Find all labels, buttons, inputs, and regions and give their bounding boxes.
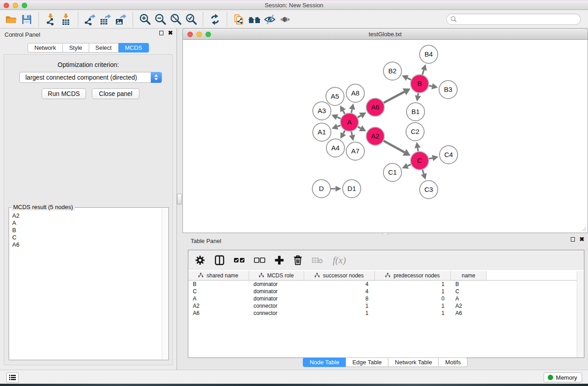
edge-C-C4[interactable] (429, 158, 433, 159)
node-label-D: D (319, 185, 324, 192)
close-table-panel-icon[interactable]: ✖ (579, 237, 584, 242)
cell-successor-nodes: 1 (304, 303, 375, 309)
column-header-name[interactable]: name (451, 271, 487, 280)
arrowhead-icon (432, 155, 438, 161)
edge-A-A8[interactable] (351, 109, 352, 113)
node-label-C1: C1 (388, 168, 397, 176)
edge-A-A1[interactable] (337, 125, 340, 127)
close-panel-icon[interactable]: ✖ (168, 31, 173, 35)
mcds-tab-content: Optimization criterion: largest connecte… (4, 54, 173, 365)
float-table-panel-icon[interactable] (571, 237, 575, 242)
zoom-selected-icon[interactable] (183, 12, 199, 27)
edge-A2-C[interactable] (383, 141, 404, 152)
table-tabs: Node TableEdge TableNetwork TableMotifs (182, 357, 588, 367)
delete-table-icon[interactable] (311, 256, 323, 265)
sort-hierarchy-icon (315, 272, 320, 279)
network-graph[interactable]: AA1A2A3A4A5A6A7A8BB1B2B3B4CC1C2C3C4DD1 (183, 40, 588, 233)
column-header-MCDS-role[interactable]: MCDS role (249, 271, 304, 280)
edge-A-A5[interactable] (343, 111, 345, 114)
gear-icon[interactable] (195, 255, 206, 266)
task-history-button[interactable] (6, 372, 19, 383)
hide-details-icon[interactable] (262, 12, 277, 27)
edge-A-A3[interactable] (337, 117, 340, 119)
tab-select[interactable]: Select (89, 43, 119, 52)
unselect-all-icon[interactable] (254, 256, 266, 264)
zoom-fit-icon[interactable] (168, 12, 183, 27)
status-bar: Memory (0, 370, 588, 384)
edge-A-A6[interactable] (358, 115, 361, 117)
zoom-out-icon[interactable] (153, 12, 168, 27)
edge-A-A4[interactable] (343, 130, 345, 133)
node-label-B3: B3 (444, 86, 452, 93)
mcds-result-item[interactable]: B (12, 227, 158, 234)
mcds-result-item[interactable]: C (12, 234, 158, 241)
function-builder-icon[interactable]: f(x) (333, 255, 346, 266)
table-row[interactable]: Adominator80A (188, 295, 577, 302)
tab-style[interactable]: Style (63, 43, 89, 52)
network-canvas[interactable]: AA1A2A3A4A5A6A7A8BB1B2B3B4CC1C2C3C4DD1 (182, 40, 588, 233)
table-tab-node-table[interactable]: Node Table (303, 357, 346, 367)
column-header-shared-name[interactable]: shared name (188, 271, 249, 280)
delete-icon[interactable] (293, 255, 303, 266)
table-row[interactable]: Cdominator41C (188, 288, 577, 295)
table-tab-network-table[interactable]: Network Table (388, 357, 439, 367)
node-label-A7: A7 (351, 147, 359, 155)
cell-MCDS-role: dominator (249, 281, 304, 287)
import-network-icon[interactable] (43, 12, 58, 27)
zoom-in-icon[interactable] (137, 12, 153, 27)
show-graphics-icon[interactable] (277, 12, 293, 27)
mcds-result-item[interactable]: A6 (12, 241, 158, 248)
cell-name: A2 (451, 303, 487, 309)
table-scrollbar[interactable] (577, 271, 584, 357)
column-header-predecessor-nodes[interactable]: predecessor nodes (375, 271, 451, 280)
cell-name: A (451, 295, 487, 302)
column-label: successor nodes (323, 272, 363, 279)
network-window-titlebar[interactable]: testGlobe.txt (182, 28, 588, 40)
edge-C-C1[interactable] (407, 164, 411, 166)
result-scrollbar[interactable] (162, 208, 168, 359)
select-all-icon[interactable] (234, 256, 245, 264)
edge-A-A7[interactable] (351, 132, 352, 135)
tab-mcds[interactable]: MCDS (119, 43, 149, 52)
table-tab-motifs[interactable]: Motifs (439, 357, 468, 367)
table-row[interactable]: Bdominator41B (188, 281, 577, 288)
memory-button[interactable]: Memory (544, 372, 582, 382)
export-network-icon[interactable] (82, 12, 98, 27)
home-icon[interactable] (247, 12, 262, 27)
search-input[interactable] (446, 14, 581, 25)
edge-A-A2[interactable] (358, 127, 360, 128)
mcds-result-list[interactable]: A2ABCA6 (10, 210, 161, 359)
float-panel-icon[interactable] (159, 31, 163, 35)
run-mcds-button[interactable]: Run MCDS (42, 88, 86, 99)
refresh-icon[interactable] (207, 12, 223, 27)
vertical-splitter-handle[interactable] (177, 194, 182, 205)
criterion-dropdown[interactable]: largest connected component (directed) (19, 72, 162, 83)
columns-icon[interactable] (214, 255, 225, 266)
column-header-successor-nodes[interactable]: successor nodes (304, 271, 375, 280)
save-icon[interactable] (19, 12, 34, 27)
edge-B-B2[interactable] (407, 78, 411, 80)
edge-B-B4[interactable] (422, 70, 424, 75)
table-row[interactable]: A2connector11A2 (188, 302, 577, 310)
mcds-result-item[interactable]: A (12, 219, 158, 227)
resize-grip-icon[interactable] (581, 226, 587, 232)
table-tab-edge-table[interactable]: Edge Table (346, 357, 388, 367)
export-image-icon[interactable] (113, 12, 129, 27)
clone-network-icon[interactable] (231, 12, 247, 27)
export-table-icon[interactable] (98, 12, 113, 27)
table-header-row: shared nameMCDS rolesuccessor nodesprede… (188, 271, 577, 281)
node-label-C2: C2 (411, 128, 419, 135)
edge-C-C2[interactable] (418, 148, 418, 151)
edge-B-B1[interactable] (418, 93, 418, 95)
edge-C-C3[interactable] (422, 170, 424, 174)
edge-A6-B[interactable] (384, 92, 405, 103)
cell-successor-nodes: 1 (304, 310, 375, 316)
edge-B-B3[interactable] (429, 86, 432, 86)
add-icon[interactable] (274, 255, 284, 265)
close-panel-button[interactable]: Close panel (92, 88, 139, 99)
open-folder-icon[interactable] (4, 12, 19, 27)
import-table-icon[interactable] (58, 12, 74, 27)
table-row[interactable]: A6connector11A6 (188, 310, 577, 317)
tab-network[interactable]: Network (28, 43, 63, 52)
mcds-result-item[interactable]: A2 (12, 212, 158, 219)
